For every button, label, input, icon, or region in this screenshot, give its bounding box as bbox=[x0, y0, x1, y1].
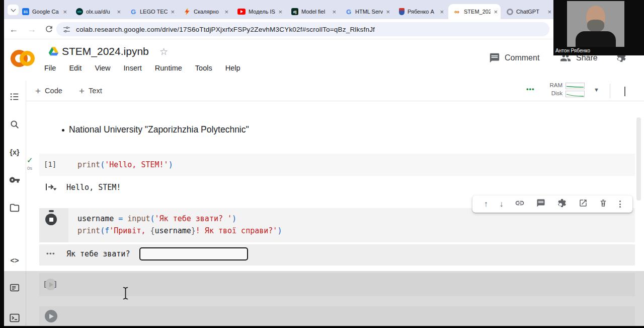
browser-tab[interactable]: Скалярно × bbox=[179, 4, 231, 19]
running-spinner-arc bbox=[49, 210, 54, 212]
menu-file[interactable]: File bbox=[44, 64, 56, 72]
cell-success-check-icon: ✓ bbox=[27, 156, 33, 164]
open-in-tab-icon[interactable] bbox=[579, 199, 588, 210]
exec-bracket: [ bbox=[43, 280, 47, 288]
olx-favicon: olx bbox=[76, 8, 83, 15]
tab-close-icon[interactable]: × bbox=[386, 9, 390, 15]
person-torso bbox=[576, 31, 616, 47]
resources-dropdown-icon[interactable]: ▼ bbox=[594, 87, 599, 93]
code-line[interactable]: username = input('Як тебе звати? ') bbox=[77, 213, 236, 225]
ram-label: RAM bbox=[546, 82, 562, 88]
add-code-button[interactable]: + Code bbox=[35, 84, 62, 98]
more-actions-kebab-icon[interactable] bbox=[619, 201, 621, 208]
cell-settings-gear-icon[interactable] bbox=[557, 198, 567, 210]
code-line[interactable]: print(f'Привіт, {username}! Як твої спра… bbox=[77, 225, 282, 237]
comment-icon bbox=[489, 52, 500, 63]
disk-label: Disk bbox=[546, 90, 562, 96]
menu-edit[interactable]: Edit bbox=[69, 64, 82, 72]
disk-usage-sparkline[interactable] bbox=[566, 91, 585, 97]
code-line[interactable]: print('Hello, STEM!') bbox=[77, 159, 173, 171]
url-field[interactable]: colab.research.google.com/drive/17S6oTtd… bbox=[56, 22, 549, 36]
tab-title: LEGO TECH bbox=[140, 9, 168, 15]
google-calendar-favicon: 31 bbox=[22, 8, 29, 15]
comment-button[interactable]: Comment bbox=[489, 52, 539, 63]
lightning-favicon bbox=[184, 8, 191, 15]
table-of-contents-icon[interactable] bbox=[9, 91, 21, 103]
stdin-prompt: Як тебе звати? bbox=[66, 249, 130, 258]
browser-tab[interactable]: 31 Google Ca × bbox=[18, 4, 70, 19]
url-text: colab.research.google.com/drive/17S6oTtd… bbox=[76, 26, 375, 33]
colab-logo[interactable] bbox=[20, 51, 35, 66]
stop-execution-button[interactable] bbox=[45, 214, 57, 225]
add-text-label: Text bbox=[89, 87, 102, 95]
forward-button[interactable]: → bbox=[26, 24, 37, 35]
move-cell-up-button[interactable]: ↑ bbox=[484, 200, 488, 208]
plus-icon: + bbox=[35, 86, 41, 96]
play-icon bbox=[49, 282, 53, 287]
menu-insert[interactable]: Insert bbox=[124, 64, 142, 72]
search-icon[interactable] bbox=[9, 118, 21, 130]
delete-cell-trash-icon[interactable] bbox=[599, 199, 608, 210]
move-cell-down-button[interactable]: ↓ bbox=[500, 200, 504, 208]
browser-tab[interactable]: dj Model fiel × bbox=[287, 4, 339, 19]
browser-tab[interactable]: G HTML Serv × bbox=[341, 4, 393, 19]
browser-tab[interactable]: ChatGPT × bbox=[502, 4, 554, 19]
add-code-label: Code bbox=[45, 87, 62, 95]
tab-title: Скалярно bbox=[194, 9, 221, 15]
menu-runtime[interactable]: Runtime bbox=[155, 64, 182, 72]
webcam-name-label: Антон Рябенко bbox=[555, 48, 590, 53]
cell-toolbar: ↑ ↓ bbox=[472, 195, 632, 213]
ram-usage-sparkline[interactable] bbox=[566, 83, 585, 89]
tab-search-button[interactable] bbox=[8, 5, 19, 15]
university-crest-favicon bbox=[399, 8, 405, 15]
files-folder-icon[interactable] bbox=[9, 202, 21, 214]
browser-tab-active[interactable]: ∞ STEM_202 × bbox=[448, 4, 501, 19]
output-toggle-icon[interactable] bbox=[44, 181, 57, 195]
tab-title: STEM_202 bbox=[464, 9, 491, 15]
browser-tab[interactable]: Модель IS × bbox=[233, 4, 285, 19]
tab-close-icon[interactable]: × bbox=[63, 9, 67, 15]
colab-favicon: ∞ bbox=[453, 8, 461, 15]
tab-close-icon[interactable]: × bbox=[332, 9, 336, 15]
add-text-button[interactable]: + Text bbox=[79, 84, 102, 98]
variables-icon[interactable]: {x} bbox=[9, 146, 21, 158]
cell-exec-count[interactable]: [1] bbox=[44, 160, 56, 168]
tab-close-icon[interactable]: × bbox=[547, 9, 551, 15]
pending-code-cell[interactable] bbox=[39, 306, 635, 326]
back-button[interactable]: ← bbox=[8, 24, 19, 35]
exec-bracket: ] bbox=[53, 280, 58, 288]
browser-tab[interactable]: G LEGO TECH × bbox=[125, 4, 178, 19]
code-snippets-icon[interactable]: <> bbox=[9, 254, 21, 267]
star-icon[interactable]: ☆ bbox=[159, 47, 168, 56]
copy-link-icon[interactable] bbox=[515, 198, 525, 210]
tab-title: olx.ua/d/u bbox=[86, 9, 114, 15]
notebook-title[interactable]: STEM_2024.ipynb bbox=[62, 45, 149, 57]
menu-tools[interactable]: Tools bbox=[195, 64, 212, 72]
screen-capture: 31 Google Ca × olx olx.ua/d/u × G LEGO T… bbox=[0, 0, 644, 328]
scrollbar-thumb[interactable] bbox=[636, 117, 641, 201]
tab-close-icon[interactable]: × bbox=[171, 9, 175, 15]
tab-close-icon[interactable]: × bbox=[278, 9, 282, 15]
site-settings-icon[interactable] bbox=[62, 25, 71, 34]
tab-close-icon[interactable]: × bbox=[494, 9, 498, 15]
youtube-favicon bbox=[237, 9, 246, 15]
runtime-menu-dots-icon[interactable]: ••• bbox=[526, 85, 535, 93]
collapse-sections-button[interactable] bbox=[624, 87, 625, 96]
stdin-input-field[interactable] bbox=[139, 247, 248, 260]
browser-tab[interactable]: Рябенко А × bbox=[394, 4, 447, 19]
secrets-key-icon[interactable] bbox=[9, 174, 21, 186]
menu-view[interactable]: View bbox=[95, 64, 110, 72]
tab-close-icon[interactable]: × bbox=[440, 9, 444, 15]
letterbox-bar bbox=[0, 326, 644, 328]
run-cell-button[interactable] bbox=[45, 310, 57, 322]
reload-button[interactable] bbox=[44, 24, 54, 36]
tab-close-icon[interactable]: × bbox=[117, 9, 121, 15]
browser-tab[interactable]: olx olx.ua/d/u × bbox=[71, 4, 124, 19]
tab-title: Google Ca bbox=[32, 9, 60, 15]
add-comment-icon[interactable] bbox=[536, 199, 545, 210]
google-drive-icon bbox=[48, 46, 59, 58]
terminal-icon[interactable] bbox=[9, 312, 21, 324]
command-palette-icon[interactable] bbox=[9, 282, 21, 294]
tab-close-icon[interactable]: × bbox=[224, 9, 228, 15]
menu-help[interactable]: Help bbox=[225, 64, 240, 72]
